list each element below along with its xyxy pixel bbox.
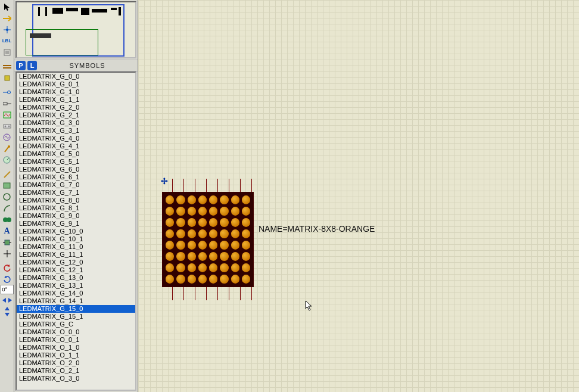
rotate-ccw-tool[interactable] [1,273,14,285]
overview-panel[interactable] [15,1,136,58]
led-dot [198,229,207,238]
symbol-item[interactable]: LEDMATRIX_G_10_1 [17,235,135,243]
symbol-item[interactable]: LEDMATRIX_G_2_0 [17,104,135,111]
symbol-item[interactable]: LEDMATRIX_G_3_1 [17,127,135,135]
tape-tool[interactable] [1,120,14,132]
junction-tool[interactable] [1,24,14,35]
symbol-item[interactable]: LEDMATRIX_G_11_0 [17,243,135,251]
component-name-label[interactable]: NAME=MATRIX-8X8-ORANGE [259,224,375,234]
symbol-item[interactable]: LEDMATRIX_G_12_1 [17,266,135,274]
led-dot [220,275,228,284]
graph-tool[interactable] [1,109,14,120]
symbol-item[interactable]: LEDMATRIX_G_8_1 [17,204,135,212]
led-dot [188,207,196,216]
symbol-item[interactable]: LEDMATRIX_G_5_0 [17,150,135,158]
rect-tool[interactable] [1,180,14,191]
symbol-item[interactable]: LEDMATRIX_G_0_0 [17,73,135,80]
symbol-item[interactable]: LEDMATRIX_G_3_0 [17,119,135,127]
pin[interactable] [223,179,235,192]
symbol-item[interactable]: LEDMATRIX_G_5_1 [17,158,135,166]
led-dot [166,218,174,227]
symbols-list[interactable]: LEDMATRIX_G_0_0LEDMATRIX_G_0_1LEDMATRIX_… [15,71,136,391]
symbol-item[interactable]: LEDMATRIX_G_10_0 [17,228,135,235]
led-dot [188,252,196,261]
led-dot [220,229,228,238]
symbol-item[interactable]: LEDMATRIX_G_9_1 [17,220,135,228]
symbol-item[interactable]: LEDMATRIX_G_14_0 [17,290,135,297]
line-tool[interactable] [1,169,14,180]
pin[interactable] [235,287,246,300]
component-tool[interactable] [1,13,14,24]
symbol-item[interactable]: LEDMATRIX_G_13_1 [17,282,135,290]
symbol-item[interactable]: LEDMATRIX_G_9_0 [17,212,135,220]
libraries-button[interactable]: L [27,61,37,70]
symbol-item[interactable]: LEDMATRIX_O_2_1 [17,367,135,375]
pin-tool[interactable] [1,98,14,109]
symbol-item[interactable]: LEDMATRIX_O_1_0 [17,344,135,351]
symbol-item[interactable]: LEDMATRIX_G_6_1 [17,173,135,181]
marker-tool[interactable] [1,248,14,259]
terminal-tool[interactable] [1,86,14,98]
symbol-item[interactable]: LEDMATRIX_O_2_0 [17,359,135,367]
pin[interactable] [189,179,201,192]
schematic-canvas[interactable]: ✢ NAME=MATRIX-8X8-ORANGE [138,0,579,392]
symbol-item[interactable]: LEDMATRIX_G_6_0 [17,166,135,173]
script-tool[interactable] [1,46,14,58]
flip-h-tool[interactable] [1,294,14,306]
pin[interactable] [189,287,201,300]
symbol-item[interactable]: LEDMATRIX_G_8_0 [17,197,135,204]
pin[interactable] [212,287,223,300]
probe-tool[interactable] [1,143,14,154]
led-dot [231,195,239,204]
led-dot [220,207,228,216]
symbol-item[interactable]: LEDMATRIX_G_11_1 [17,251,135,259]
instrument-tool[interactable] [1,154,14,166]
pin[interactable] [201,287,212,300]
bus-tool[interactable] [1,61,14,72]
rotation-input[interactable] [1,285,14,294]
flip-v-tool[interactable] [1,306,14,317]
symbol-item[interactable]: LEDMATRIX_O_3_0 [17,375,135,382]
pin[interactable] [167,287,178,300]
pin[interactable] [223,287,235,300]
pin[interactable] [235,179,246,192]
symbol-item[interactable]: LEDMATRIX_G_7_0 [17,181,135,189]
pin[interactable] [201,179,212,192]
symbol-item[interactable]: LEDMATRIX_O_1_1 [17,351,135,359]
symbol-item[interactable]: LEDMATRIX_O_0_0 [17,328,135,336]
svg-point-9 [7,91,10,94]
symbol-item[interactable]: LEDMATRIX_G_12_0 [17,259,135,266]
symbol-item[interactable]: LEDMATRIX_G_0_1 [17,80,135,88]
symbol-tool[interactable] [1,237,14,248]
symbol-item[interactable]: LEDMATRIX_G_15_0 [17,305,135,313]
circle-tool[interactable] [1,191,14,203]
symbol-item[interactable]: LEDMATRIX_G_4_1 [17,142,135,150]
rotate-cw-tool[interactable] [1,262,14,273]
pin[interactable] [178,179,189,192]
symbol-item[interactable]: LEDMATRIX_O_0_1 [17,336,135,344]
pin[interactable] [246,287,257,300]
pick-devices-button[interactable]: P [16,61,26,70]
pin[interactable] [246,179,257,192]
symbol-item[interactable]: LEDMATRIX_G_14_1 [17,297,135,305]
symbol-item[interactable]: LEDMATRIX_G_2_1 [17,111,135,119]
symbol-item[interactable]: LEDMATRIX_G_C [17,321,135,328]
text-tool[interactable]: A [1,225,14,237]
pointer-tool[interactable] [1,1,14,13]
symbol-item[interactable]: LEDMATRIX_G_15_1 [17,313,135,321]
pin[interactable] [167,179,178,192]
symbol-item[interactable]: LEDMATRIX_G_4_0 [17,135,135,142]
symbol-item[interactable]: LEDMATRIX_G_1_1 [17,96,135,104]
symbol-item[interactable]: LEDMATRIX_G_13_0 [17,274,135,282]
led-matrix-component[interactable] [162,179,257,300]
symbols-header: P L SYMBOLS [14,60,138,71]
subcircuit-tool[interactable] [1,72,14,83]
arc-tool[interactable] [1,203,14,214]
path-tool[interactable] [1,214,14,225]
pin[interactable] [212,179,223,192]
symbol-item[interactable]: LEDMATRIX_G_1_0 [17,88,135,96]
pin[interactable] [178,287,189,300]
label-tool[interactable]: LBL [1,35,14,46]
generator-tool[interactable] [1,132,14,143]
symbol-item[interactable]: LEDMATRIX_G_7_1 [17,189,135,197]
